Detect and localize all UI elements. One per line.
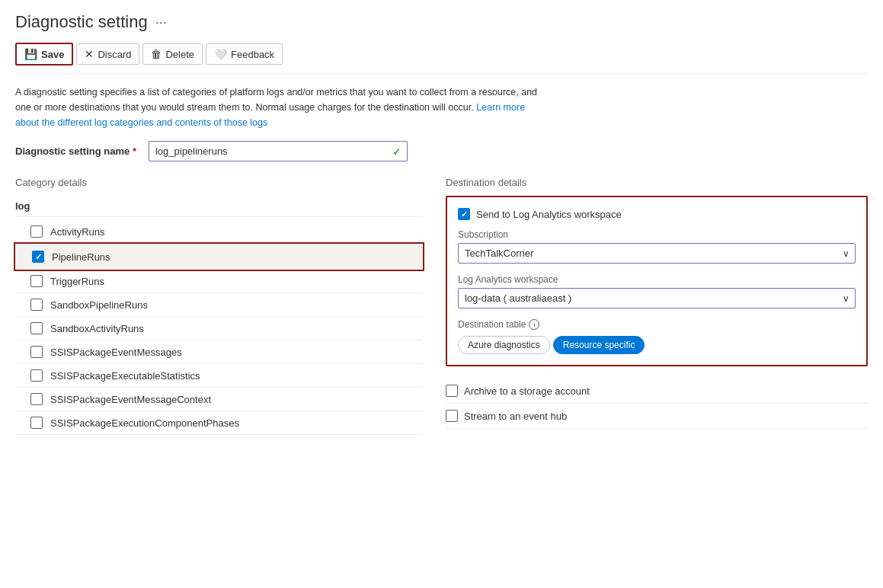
subscription-label: Subscription	[458, 229, 856, 240]
toolbar: 💾 Save ✕ Discard 🗑 Delete 🤍 Feedback	[15, 43, 868, 74]
log-analytics-label: Send to Log Analytics workspace	[476, 209, 622, 220]
setting-name-label: Diagnostic setting name *	[15, 145, 136, 157]
destination-table-label: Destination table i	[458, 319, 856, 330]
checkbox-triggerruns[interactable]	[30, 275, 43, 287]
discard-button[interactable]: ✕ Discard	[76, 43, 139, 65]
checkbox-ssispackageeventmessages[interactable]	[30, 346, 43, 358]
category-item-ssispackageexecutablestatistics: SSISPackageExecutableStatistics	[15, 364, 423, 388]
workspace-label: Log Analytics workspace	[458, 274, 856, 285]
save-label: Save	[41, 49, 64, 60]
subscription-field-group: Subscription TechTalkCorner ∨	[458, 229, 856, 264]
label-ssispackageeventmessagecontext[interactable]: SSISPackageEventMessageContext	[50, 394, 211, 405]
setting-name-input[interactable]	[149, 141, 408, 161]
checkbox-archive-storage[interactable]	[446, 385, 458, 397]
setting-name-field[interactable]: ✓	[149, 141, 408, 161]
category-item-sandboxactivityruns: SandboxActivityRuns	[15, 317, 423, 340]
label-sandboxpipelineruns[interactable]: SandboxPipelineRuns	[50, 299, 148, 311]
stream-eventhub-label[interactable]: Stream to an event hub	[464, 411, 567, 422]
label-ssispackageexecutioncomponentphases[interactable]: SSISPackageExecutionComponentPhases	[50, 417, 239, 429]
discard-icon: ✕	[85, 48, 94, 60]
category-details-label: Category details	[15, 177, 423, 188]
description-text: A diagnostic setting specifies a list of…	[15, 85, 549, 130]
checkbox-pipelineruns[interactable]	[32, 251, 44, 263]
save-icon: 💾	[24, 48, 37, 60]
resource-specific-option[interactable]: Resource specific	[553, 336, 645, 354]
azure-diagnostics-option[interactable]: Azure diagnostics	[458, 336, 550, 354]
save-button[interactable]: 💾 Save	[15, 43, 73, 66]
checkbox-sandboxactivityruns[interactable]	[30, 322, 43, 334]
feedback-label: Feedback	[231, 49, 274, 60]
info-icon[interactable]: i	[529, 319, 539, 330]
delete-label: Delete	[165, 49, 194, 60]
checkbox-activityruns[interactable]	[30, 225, 43, 238]
label-pipelineruns[interactable]: PipelineRuns	[52, 251, 110, 263]
discard-label: Discard	[98, 49, 131, 60]
category-item-pipelineruns: PipelineRuns	[14, 242, 424, 271]
log-category-section: log ActivityRuns PipelineRuns TriggerRun…	[15, 196, 423, 435]
required-indicator: *	[133, 145, 136, 157]
category-details-panel: Category details log ActivityRuns Pipeli…	[15, 177, 438, 439]
checkbox-sandboxpipelineruns[interactable]	[30, 299, 43, 311]
destination-details-panel: Destination details Send to Log Analytic…	[438, 177, 868, 439]
subscription-select[interactable]: TechTalkCorner	[458, 243, 856, 264]
checkbox-ssispackageexecutablestatistics[interactable]	[30, 369, 43, 382]
log-category-header: log	[15, 196, 423, 217]
stream-eventhub-item: Stream to an event hub	[446, 404, 868, 429]
category-item-sandboxpipelineruns: SandboxPipelineRuns	[15, 293, 423, 317]
feedback-button[interactable]: 🤍 Feedback	[206, 43, 283, 65]
category-item-ssispackageexecutioncomponentphases: SSISPackageExecutionComponentPhases	[15, 411, 423, 435]
log-analytics-destination-box: Send to Log Analytics workspace Subscrip…	[446, 196, 868, 366]
label-ssispackageeventmessages[interactable]: SSISPackageEventMessages	[50, 347, 182, 358]
delete-button[interactable]: 🗑 Delete	[142, 43, 203, 65]
label-sandboxactivityruns[interactable]: SandboxActivityRuns	[50, 323, 144, 334]
checkbox-stream-eventhub[interactable]	[446, 410, 458, 422]
workspace-select[interactable]: log-data ( australiaeast )	[458, 288, 856, 308]
destination-details-label: Destination details	[446, 177, 868, 188]
subscription-select-wrap: TechTalkCorner ∨	[458, 243, 856, 264]
page-title: Diagnostic setting	[15, 12, 148, 32]
workspace-select-wrap: log-data ( australiaeast ) ∨	[458, 288, 856, 308]
category-item-activityruns: ActivityRuns	[15, 220, 423, 244]
table-options-group: Azure diagnostics Resource specific	[458, 336, 856, 354]
category-item-ssispackageeventmessagecontext: SSISPackageEventMessageContext	[15, 388, 423, 411]
more-options-icon[interactable]: ···	[155, 14, 167, 30]
archive-storage-label[interactable]: Archive to a storage account	[464, 385, 590, 397]
category-item-ssispackageeventmessages: SSISPackageEventMessages	[15, 340, 423, 364]
label-ssispackageexecutablestatistics[interactable]: SSISPackageExecutableStatistics	[50, 370, 200, 382]
checkbox-log-analytics[interactable]	[458, 208, 470, 220]
check-icon: ✓	[392, 145, 402, 158]
archive-storage-item: Archive to a storage account	[446, 379, 868, 404]
checkbox-ssispackageeventmessagecontext[interactable]	[30, 393, 43, 405]
label-activityruns[interactable]: ActivityRuns	[50, 226, 105, 238]
label-triggerruns[interactable]: TriggerRuns	[50, 276, 104, 287]
workspace-field-group: Log Analytics workspace log-data ( austr…	[458, 274, 856, 308]
delete-icon: 🗑	[151, 48, 162, 60]
destination-table-section: Destination table i Azure diagnostics Re…	[458, 319, 856, 354]
feedback-icon: 🤍	[214, 48, 227, 60]
checkbox-ssispackageexecutioncomponentphases[interactable]	[30, 417, 43, 429]
category-item-triggerruns: TriggerRuns	[15, 270, 423, 293]
